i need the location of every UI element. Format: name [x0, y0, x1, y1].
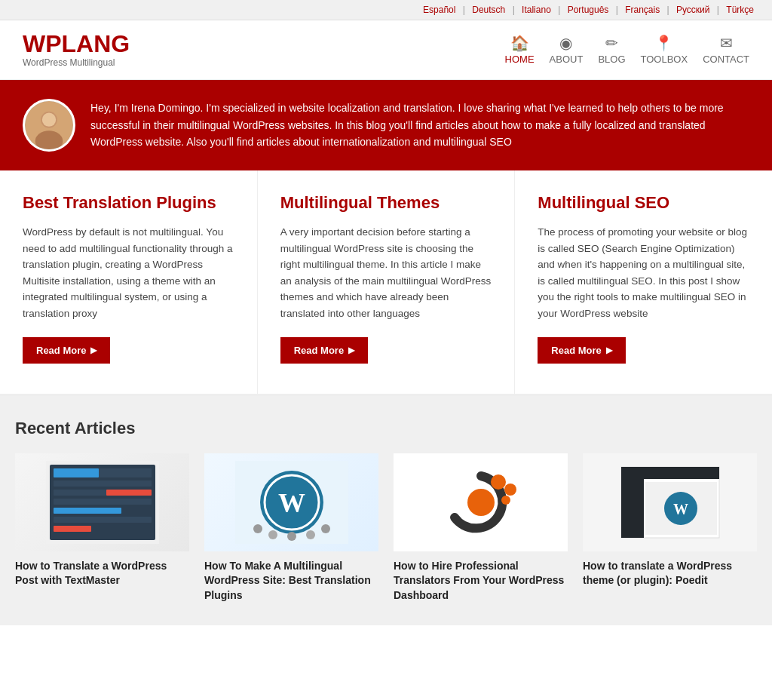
lang-deutsch[interactable]: Deutsch: [472, 5, 505, 15]
card-1-text: WordPress by default is not multilingual…: [23, 224, 234, 322]
nav-home[interactable]: 🏠 HOME: [505, 35, 535, 65]
author-avatar: [23, 99, 75, 152]
arrow-icon: ▶: [90, 345, 96, 355]
card-2-read-more[interactable]: Read More ▶: [280, 337, 368, 364]
svg-point-19: [253, 524, 262, 533]
svg-rect-14: [54, 526, 91, 532]
article-card-1[interactable]: How to Translate a WordPress Post with T…: [15, 453, 189, 603]
article-3-title: How to Hire Professional Translators Fro…: [394, 559, 568, 603]
article-3-thumbnail: [394, 453, 568, 551]
nav-toolbox-label: TOOLBOX: [641, 54, 688, 65]
nav-home-label: HOME: [505, 54, 535, 65]
svg-point-26: [504, 484, 516, 496]
logo-title: WPLANG: [23, 32, 130, 56]
nav-blog-label: BLOG: [598, 54, 625, 65]
svg-rect-10: [106, 490, 152, 496]
svg-rect-13: [54, 517, 152, 523]
svg-rect-7: [54, 468, 99, 477]
feature-cards: Best Translation Plugins WordPress by de…: [0, 170, 772, 396]
recent-articles-title: Recent Articles: [15, 419, 757, 438]
svg-rect-32: [621, 479, 644, 538]
card-3-read-more[interactable]: Read More ▶: [538, 337, 625, 364]
about-icon: ◉: [559, 35, 572, 51]
contact-icon: ✉: [720, 35, 733, 51]
lang-portugues[interactable]: Português: [568, 5, 609, 15]
recent-articles-section: Recent Articles How to Tran: [0, 396, 772, 626]
logo-subtitle: WordPress Multilingual: [23, 57, 130, 68]
arrow-icon: ▶: [348, 345, 354, 355]
nav-toolbox[interactable]: 📍 TOOLBOX: [641, 35, 688, 65]
nav-contact[interactable]: ✉ CONTACT: [703, 35, 749, 65]
svg-text:W: W: [673, 501, 688, 517]
lang-russian[interactable]: Русский: [676, 5, 710, 15]
article-card-3[interactable]: How to Hire Professional Translators Fro…: [394, 453, 568, 603]
card-2-text: A very important decision before startin…: [280, 224, 492, 322]
card-3-text: The process of promoting your website or…: [538, 224, 749, 322]
nav-about[interactable]: ◉ ABOUT: [550, 35, 584, 65]
card-1-title: Best Translation Plugins: [23, 193, 234, 213]
svg-rect-8: [54, 480, 152, 487]
svg-point-23: [321, 524, 330, 533]
main-nav: 🏠 HOME ◉ ABOUT ✏ BLOG 📍 TOOLBOX ✉ CONTAC…: [505, 35, 749, 65]
article-1-thumbnail: [15, 453, 189, 551]
language-bar: Español | Deutsch | Italiano | Português…: [0, 0, 772, 20]
lang-francais[interactable]: Français: [625, 5, 660, 15]
card-1-read-more[interactable]: Read More ▶: [23, 337, 110, 364]
article-4-thumbnail: W: [583, 453, 757, 551]
card-multilingual-seo: Multilingual SEO The process of promotin…: [515, 170, 772, 394]
article-card-4[interactable]: W How to translate a WordPress theme (or…: [583, 453, 757, 603]
svg-text:W: W: [278, 488, 305, 518]
nav-about-label: ABOUT: [550, 54, 584, 65]
svg-point-2: [35, 130, 63, 151]
arrow-icon: ▶: [606, 345, 612, 355]
blog-icon: ✏: [605, 35, 618, 51]
nav-blog[interactable]: ✏ BLOG: [598, 35, 625, 65]
svg-point-22: [306, 530, 315, 539]
svg-rect-31: [621, 467, 719, 479]
nav-contact-label: CONTACT: [703, 54, 749, 65]
article-2-thumbnail: W: [204, 453, 378, 551]
card-translation-plugins: Best Translation Plugins WordPress by de…: [0, 170, 258, 394]
site-header: WPLANG WordPress Multilingual 🏠 HOME ◉ A…: [0, 20, 772, 80]
card-2-title: Multilingual Themes: [280, 193, 492, 213]
article-2-title: How To Make A Multilingual WordPress Sit…: [204, 559, 378, 603]
home-icon: 🏠: [510, 35, 529, 51]
lang-turkce[interactable]: Türkçe: [726, 5, 754, 15]
svg-point-20: [268, 530, 277, 539]
hero-banner: Hey, I'm Irena Domingo. I'm specialized …: [0, 80, 772, 170]
card-3-title: Multilingual SEO: [538, 193, 749, 213]
hero-text: Hey, I'm Irena Domingo. I'm specialized …: [90, 100, 749, 150]
article-4-title: How to translate a WordPress theme (or p…: [583, 559, 757, 588]
svg-point-27: [501, 496, 510, 505]
svg-point-28: [467, 489, 495, 516]
svg-point-21: [287, 532, 296, 541]
card-multilingual-themes: Multilingual Themes A very important dec…: [258, 170, 516, 394]
article-1-title: How to Translate a WordPress Post with T…: [15, 559, 189, 588]
article-card-2[interactable]: W How To Make A Multilingual WordPress S…: [204, 453, 378, 603]
svg-rect-12: [54, 508, 121, 514]
svg-point-3: [42, 113, 56, 127]
lang-espanol[interactable]: Español: [423, 5, 455, 15]
toolbox-icon: 📍: [654, 35, 673, 51]
articles-grid: How to Translate a WordPress Post with T…: [15, 453, 757, 603]
lang-italiano[interactable]: Italiano: [522, 5, 551, 15]
svg-rect-11: [54, 499, 152, 505]
logo: WPLANG WordPress Multilingual: [23, 32, 130, 68]
svg-point-25: [491, 474, 506, 490]
